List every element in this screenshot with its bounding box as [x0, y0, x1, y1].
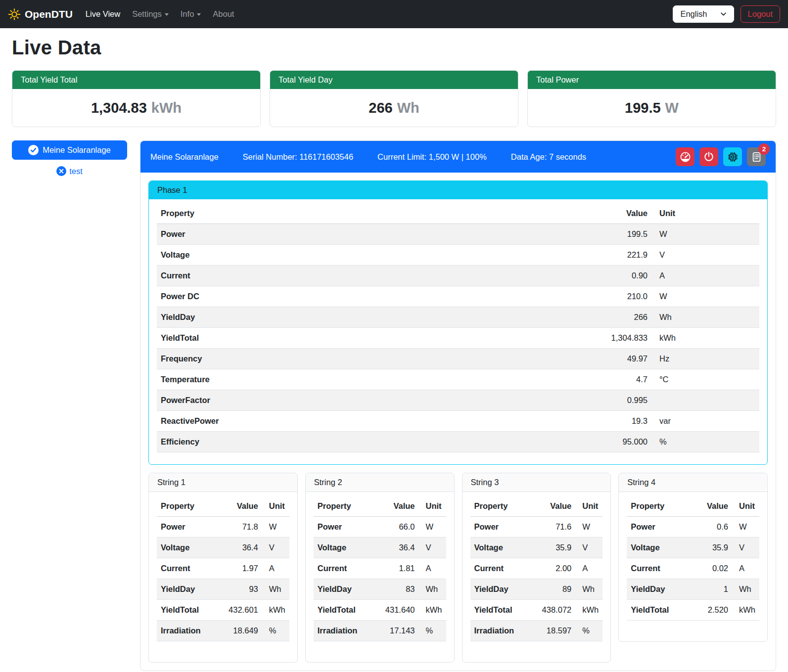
power-toggle-button[interactable]	[699, 147, 718, 166]
column-header-value: Value	[372, 496, 418, 517]
table-row: YieldTotal2.520kWh	[627, 600, 759, 621]
property-cell: Current	[314, 558, 372, 579]
event-log-button[interactable]: 2	[747, 147, 766, 166]
brand[interactable]: OpenDTU	[8, 8, 73, 21]
unit-cell: W	[651, 286, 759, 307]
property-cell: Power	[314, 517, 372, 538]
value-cell: 431.640	[372, 600, 418, 621]
property-cell: Power	[157, 224, 592, 245]
column-header-property: Property	[157, 496, 216, 517]
inverter-link-test[interactable]: test	[12, 166, 127, 176]
unit-cell: Wh	[651, 307, 759, 328]
power-icon	[703, 151, 714, 162]
value-cell: 36.4	[216, 538, 262, 558]
property-cell: Efficiency	[157, 432, 592, 452]
value-cell: 2.520	[691, 600, 732, 621]
unit-cell: %	[651, 432, 759, 452]
unit-cell: A	[419, 558, 446, 579]
value-cell: 0.02	[691, 558, 732, 579]
summary-card-unit: kWh	[151, 100, 182, 116]
page-title: Live Data	[12, 37, 776, 59]
unit-cell: %	[262, 621, 289, 641]
nav-item-settings[interactable]: Settings	[128, 5, 173, 23]
nav-links: Live View Settings Info About	[82, 5, 238, 23]
value-cell: 1.97	[216, 558, 262, 579]
logout-button[interactable]: Logout	[741, 5, 780, 23]
inverter-button-selected[interactable]: Meine Solaranlage	[12, 140, 127, 160]
value-cell: 0.90	[592, 266, 651, 286]
string-card-1: String 1 PropertyValueUnitPower71.8WVolt…	[148, 473, 298, 663]
property-cell: YieldDay	[470, 579, 529, 600]
nav-item-info[interactable]: Info	[177, 5, 205, 23]
value-cell: 49.97	[592, 349, 651, 369]
summary-card-value: 1,304.83	[91, 100, 147, 116]
column-header-value: Value	[216, 496, 262, 517]
string-card-title: String 1	[149, 473, 297, 492]
table-row: Current0.02A	[627, 558, 759, 579]
table-row: Current2.00A	[470, 558, 603, 579]
inverter-name: Meine Solaranlage	[150, 152, 219, 162]
unit-cell: var	[651, 411, 759, 432]
property-cell: Power	[470, 517, 529, 538]
value-cell: 1.81	[372, 558, 418, 579]
value-cell: 71.8	[216, 517, 262, 538]
value-cell: 36.4	[372, 538, 418, 558]
unit-cell: V	[651, 245, 759, 266]
property-cell: YieldDay	[157, 579, 216, 600]
property-cell: ReactivePower	[157, 411, 592, 432]
summary-card-total-yield-total: Total Yield Total 1,304.83 kWh	[12, 70, 261, 127]
column-header-value: Value	[529, 496, 575, 517]
navbar: OpenDTU Live View Settings Info About En…	[0, 0, 788, 28]
phase-table: PropertyValueUnitPower199.5WVoltage221.9…	[157, 203, 759, 452]
value-cell: 19.3	[592, 411, 651, 432]
table-row: YieldDay266Wh	[157, 307, 759, 328]
table-row: PowerFactor0.995	[157, 390, 759, 411]
table-row: YieldDay83Wh	[314, 579, 446, 600]
value-cell: 432.601	[216, 600, 262, 621]
inverter-limit: Current Limit: 1,500 W | 100%	[377, 152, 487, 162]
unit-cell: V	[419, 538, 446, 558]
summary-card-title: Total Yield Day	[270, 71, 518, 89]
unit-cell: kWh	[262, 600, 289, 621]
column-header-property: Property	[470, 496, 529, 517]
property-cell: Current	[470, 558, 529, 579]
unit-cell: kWh	[651, 328, 759, 349]
table-header-row: PropertyValueUnit	[470, 496, 603, 517]
device-info-button[interactable]	[723, 147, 742, 166]
property-cell: YieldTotal	[157, 600, 216, 621]
limit-settings-button[interactable]	[676, 147, 695, 166]
string-card-2: String 2 PropertyValueUnitPower66.0WVolt…	[305, 473, 455, 663]
summary-card-unit: W	[665, 100, 679, 116]
table-row: Efficiency95.000%	[157, 432, 759, 452]
unit-cell: °C	[651, 369, 759, 390]
language-select[interactable]: English	[673, 5, 734, 23]
table-row: YieldTotal438.072kWh	[470, 600, 603, 621]
nav-item-settings-label: Settings	[132, 9, 162, 19]
value-cell: 18.649	[216, 621, 262, 641]
nav-item-about[interactable]: About	[209, 5, 238, 23]
property-cell: Voltage	[157, 245, 592, 266]
value-cell: 1	[691, 579, 732, 600]
table-row: Power DC210.0W	[157, 286, 759, 307]
language-select-value: English	[680, 9, 707, 19]
inverter-card: Meine Solaranlage Serial Number: 1161716…	[140, 140, 776, 671]
string-card-4: String 4 PropertyValueUnitPower0.6WVolta…	[618, 473, 768, 642]
property-cell: YieldDay	[314, 579, 372, 600]
table-row: ReactivePower19.3var	[157, 411, 759, 432]
summary-card-title: Total Power	[528, 71, 776, 89]
check-circle-icon	[28, 145, 39, 155]
summary-card-title: Total Yield Total	[12, 71, 260, 89]
property-cell: Frequency	[157, 349, 592, 369]
inverter-button-label: Meine Solaranlage	[43, 145, 111, 155]
table-row: Irradiation18.649%	[157, 621, 289, 641]
table-row: YieldDay89Wh	[470, 579, 603, 600]
value-cell: 95.000	[592, 432, 651, 452]
unit-cell: %	[419, 621, 446, 641]
unit-cell: W	[651, 224, 759, 245]
nav-item-live-view[interactable]: Live View	[82, 5, 124, 23]
chevron-down-icon	[720, 11, 727, 17]
unit-cell	[651, 390, 759, 411]
property-cell: Voltage	[314, 538, 372, 558]
unit-cell: Wh	[575, 579, 603, 600]
property-cell: Power	[157, 517, 216, 538]
